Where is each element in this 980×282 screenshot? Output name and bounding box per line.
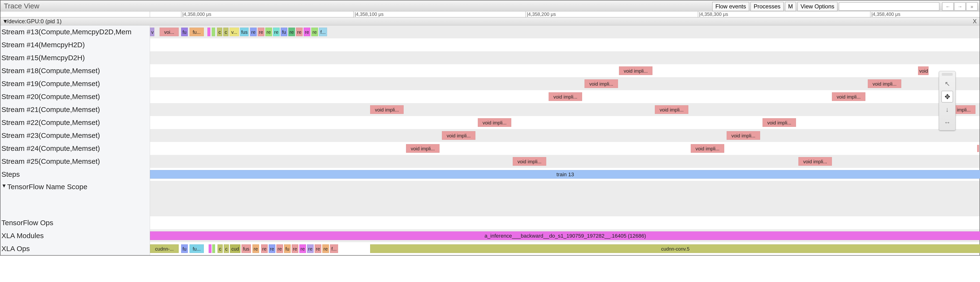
event-bar[interactable]: re: [311, 27, 318, 36]
track-row: ▼ TensorFlow Name Scope: [0, 181, 980, 216]
event-bar[interactable]: void impli...: [868, 79, 901, 88]
event-bar[interactable]: re: [265, 27, 272, 36]
event-bar[interactable]: [212, 27, 215, 36]
process-header[interactable]: ▼ /device:GPU:0 (pid 1) X: [0, 17, 980, 26]
track[interactable]: cudnn-...fufu...cccudfusrerererefurerere…: [150, 242, 980, 255]
event-bar[interactable]: void impli...: [478, 118, 511, 127]
zoom-vertical-icon[interactable]: ↓: [942, 104, 953, 115]
track-label: XLA Ops: [0, 242, 150, 255]
event-bar[interactable]: void impli...: [918, 66, 929, 75]
tool-panel[interactable]: ↖ ✥ ↓ ↔: [939, 71, 956, 130]
track-label[interactable]: ▼ TensorFlow Name Scope: [0, 181, 150, 216]
event-bar[interactable]: a_inference___backward__do_s1_190759_197…: [150, 231, 980, 240]
event-bar[interactable]: void impli...: [727, 131, 760, 140]
pan-tool-icon[interactable]: ✥: [942, 91, 953, 103]
track[interactable]: void impli...void impli...: [150, 129, 980, 142]
event-bar[interactable]: c: [224, 244, 229, 253]
event-bar[interactable]: void impli...: [442, 131, 476, 140]
event-bar[interactable]: fu: [181, 27, 188, 36]
event-bar[interactable]: fu: [281, 27, 287, 36]
event-bar[interactable]: fu...: [189, 244, 204, 253]
zoom-horizontal-icon[interactable]: ↔: [942, 117, 953, 128]
track[interactable]: void impli...void impli...: [150, 142, 980, 155]
event-bar[interactable]: v...: [229, 27, 239, 36]
flow-events-button[interactable]: Flow events: [712, 2, 749, 11]
track-label: Stream #22(Compute,Memset): [0, 116, 150, 129]
event-bar[interactable]: f...: [319, 27, 327, 36]
event-bar[interactable]: void impli...: [406, 144, 439, 153]
event-bar[interactable]: re: [307, 244, 313, 253]
event-bar[interactable]: train 13: [150, 170, 980, 179]
event-bar[interactable]: re: [292, 244, 298, 253]
nav-back-button[interactable]: ←: [942, 2, 954, 11]
event-bar[interactable]: re: [299, 244, 306, 253]
event-bar[interactable]: re: [250, 27, 257, 36]
event-bar[interactable]: re: [252, 244, 259, 253]
track[interactable]: [150, 51, 980, 64]
pointer-tool-icon[interactable]: ↖: [942, 78, 953, 90]
process-name: /device:GPU:0 (pid 1): [7, 18, 62, 25]
event-bar[interactable]: [212, 244, 215, 253]
event-bar[interactable]: c: [218, 244, 223, 253]
event-bar[interactable]: void impli...: [655, 105, 688, 114]
event-bar[interactable]: re: [296, 27, 303, 36]
nav-forward-button[interactable]: →: [954, 2, 966, 11]
event-bar[interactable]: re: [304, 27, 310, 36]
track[interactable]: a_inference___backward__do_s1_190759_197…: [150, 229, 980, 242]
event-bar[interactable]: re: [273, 27, 280, 36]
event-bar[interactable]: cudnn-conv.5: [370, 244, 980, 253]
processes-button[interactable]: Processes: [751, 2, 784, 11]
track[interactable]: void impli...void impli...: [150, 90, 980, 103]
track[interactable]: [150, 38, 980, 51]
track[interactable]: train 13: [150, 168, 980, 181]
event-bar[interactable]: void impli...: [513, 157, 546, 166]
event-bar[interactable]: void impli...: [799, 157, 832, 166]
event-bar[interactable]: cud: [230, 244, 240, 253]
event-bar[interactable]: fus: [240, 27, 248, 36]
track[interactable]: void impli...void impli...: [150, 64, 980, 77]
event-bar[interactable]: [208, 244, 212, 253]
track[interactable]: void impli...void impli...: [150, 155, 980, 168]
event-bar[interactable]: re: [269, 244, 275, 253]
event-bar[interactable]: v: [150, 27, 154, 36]
track[interactable]: [150, 216, 980, 229]
drag-handle-icon[interactable]: [942, 73, 953, 75]
event-bar[interactable]: fu: [181, 244, 188, 253]
event-bar[interactable]: fu: [284, 244, 291, 253]
track[interactable]: void impli...void impli...void impli...: [150, 103, 980, 116]
filter-input[interactable]: [839, 2, 939, 11]
event-bar[interactable]: f...: [330, 244, 338, 253]
event-bar[interactable]: cudnn-...: [150, 244, 179, 253]
event-bar[interactable]: re: [261, 244, 268, 253]
track[interactable]: void impli...void impli...: [150, 77, 980, 90]
event-bar[interactable]: [207, 27, 210, 36]
event-bar[interactable]: fu...: [189, 27, 204, 36]
track[interactable]: [150, 181, 980, 216]
event-bar[interactable]: void impli...: [549, 92, 582, 101]
time-ruler[interactable]: |4,358,000 μs |4,358,100 μs |4,358,200 μ…: [150, 11, 980, 17]
track[interactable]: vvoi...fufu...ccv...fusrerererefurererer…: [150, 26, 980, 38]
event-bar[interactable]: void impli...: [691, 144, 724, 153]
event-bar[interactable]: void impli...: [584, 79, 618, 88]
nav-more-button[interactable]: »: [966, 2, 978, 11]
event-bar[interactable]: void impli...: [370, 105, 404, 114]
chevron-down-icon[interactable]: ▼: [2, 18, 7, 25]
event-bar[interactable]: re: [315, 244, 321, 253]
close-icon[interactable]: X: [973, 18, 977, 25]
chevron-down-icon[interactable]: ▼: [2, 183, 7, 189]
event-bar[interactable]: c: [217, 27, 222, 36]
event-bar[interactable]: void impli...: [762, 118, 796, 127]
event-bar[interactable]: re: [258, 27, 264, 36]
track-row: Stream #13(Compute,MemcpyD2D,Mem vvoi...…: [0, 26, 980, 38]
view-options-button[interactable]: View Options: [797, 2, 837, 11]
m-button[interactable]: M: [785, 2, 796, 11]
event-bar[interactable]: void impli...: [832, 92, 865, 101]
track[interactable]: void impli...void impli...: [150, 116, 980, 129]
event-bar[interactable]: fus: [242, 244, 251, 253]
event-bar[interactable]: re: [322, 244, 329, 253]
event-bar[interactable]: re: [276, 244, 283, 253]
event-bar[interactable]: voi...: [159, 27, 179, 36]
event-bar[interactable]: re: [288, 27, 295, 36]
event-bar[interactable]: c: [223, 27, 229, 36]
event-bar[interactable]: void impli...: [619, 66, 652, 75]
